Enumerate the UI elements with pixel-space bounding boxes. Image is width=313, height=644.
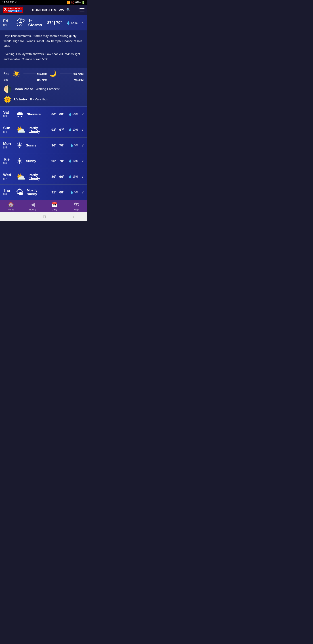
- android-back-button[interactable]: ‹: [72, 214, 74, 219]
- nav-map[interactable]: 🗺 Map: [69, 202, 83, 211]
- row-temps: 89° | 66°: [51, 175, 64, 178]
- row-day-name: Sat: [3, 110, 13, 115]
- row-weather-icon: ☀: [16, 156, 23, 166]
- forecast-row-mon[interactable]: Mon 8/5 ☀ Sunny 96° | 70° 💧 5% ∨: [0, 138, 87, 153]
- sun-rise-time: 6:32AM: [37, 72, 47, 75]
- row-condition: Sunny: [26, 143, 50, 147]
- expanded-condition: T-Storms: [28, 18, 45, 28]
- nav-hourly[interactable]: ◀ Hourly: [26, 202, 39, 211]
- location-text: HUNTINGTON, WV: [32, 8, 64, 12]
- day-detail: Day: Thunderstorms. Storms may contain s…: [3, 34, 83, 49]
- location-search[interactable]: HUNTINGTON, WV 🔍: [32, 8, 71, 12]
- row-rain-drop: 💧: [68, 175, 72, 178]
- row-date: 8/5: [3, 146, 13, 149]
- row-weather-icon: ⛅: [16, 172, 25, 181]
- nav-daily[interactable]: 📅 Daily: [48, 202, 61, 211]
- evening-detail: Evening: Cloudy with showers. Low near 7…: [3, 52, 83, 62]
- expanded-low: 70°: [56, 20, 62, 25]
- moon-set-line: [58, 80, 72, 80]
- row-rain-drop: 💧: [70, 190, 73, 194]
- expanded-forecast-fri: Fri 8/2 ⛈ T-Storms 87° | 70° 💧 65% ∧ Day…: [0, 15, 87, 106]
- logo-weather: WEATHER: [7, 10, 22, 12]
- daily-icon: 📅: [51, 202, 57, 208]
- collapse-chevron[interactable]: ∧: [81, 20, 84, 25]
- expanded-day-info: Fri 8/2: [3, 19, 13, 27]
- row-expand-chevron[interactable]: ∨: [81, 174, 84, 179]
- logo-first-alert: FIRST ALERT: [7, 8, 22, 10]
- daily-label: Daily: [52, 208, 57, 211]
- forecast-detail-text: Day: Thunderstorms. Storms may contain s…: [0, 30, 87, 68]
- expanded-forecast-header[interactable]: Fri 8/2 ⛈ T-Storms 87° | 70° 💧 65% ∧: [0, 15, 87, 30]
- forecast-row-sun[interactable]: Sun 8/4 ⛅ PartlyCloudy 93° | 67° 💧 10% ∨: [0, 122, 87, 137]
- row-temps: 93° | 67°: [51, 128, 64, 132]
- search-icon[interactable]: 🔍: [66, 8, 71, 12]
- row-weather-icon: 🌧: [16, 110, 24, 118]
- home-icon: 🏠: [8, 202, 14, 208]
- rain-drop-icon: 💧: [66, 21, 70, 24]
- row-expand-chevron[interactable]: ∨: [81, 190, 84, 194]
- row-rain-drop: 💧: [70, 144, 73, 147]
- android-recent-button[interactable]: |||: [13, 214, 16, 219]
- moon-rise-line: [60, 74, 72, 74]
- moon-phase-icon: 🌗: [3, 85, 12, 93]
- row-temps: 96° | 70°: [51, 143, 64, 147]
- row-expand-chevron[interactable]: ∨: [81, 128, 84, 132]
- menu-button[interactable]: [79, 8, 84, 12]
- forecast-row-wed[interactable]: Wed 8/7 ⛅ PartlyCloudy 89° | 66° 💧 15% ∨: [0, 169, 87, 184]
- row-day-info: Thu 8/8: [3, 188, 13, 196]
- expanded-rain-pct: 65%: [71, 21, 77, 24]
- row-weather-icon: 🌤: [16, 188, 24, 196]
- row-condition: PartlyCloudy: [28, 126, 50, 134]
- row-day-name: Wed: [3, 173, 13, 177]
- expanded-high: 87°: [47, 20, 53, 25]
- row-day-name: Tue: [3, 157, 13, 162]
- row-condition: Showers: [27, 112, 50, 116]
- hourly-icon: ◀: [31, 202, 35, 208]
- row-weather-icon: ☀: [16, 141, 23, 150]
- nav-home[interactable]: 🏠 Home: [4, 202, 18, 211]
- row-temps: 91° | 68°: [51, 190, 64, 194]
- row-rain-pct: 10%: [72, 159, 78, 162]
- row-date: 8/8: [3, 193, 13, 196]
- expanded-sep: |: [54, 20, 56, 25]
- expanded-rain: 💧 65%: [66, 21, 77, 24]
- row-expand-chevron[interactable]: ∨: [81, 112, 84, 116]
- row-rain: 💧 50%: [68, 112, 78, 116]
- row-temps: 86° | 68°: [51, 112, 64, 116]
- forecast-row-tue[interactable]: Tue 8/6 ☀ Sunny 96° | 70° 💧 10% ∨: [0, 153, 87, 168]
- android-nav-bar: ||| □ ‹: [0, 212, 87, 222]
- row-rain-pct: 50%: [72, 112, 78, 116]
- expanded-weather-icon: ⛈: [16, 18, 25, 28]
- row-rain-pct: 5%: [74, 190, 78, 194]
- android-home-button[interactable]: □: [43, 214, 46, 219]
- map-label: Map: [74, 208, 79, 211]
- row-date: 8/3: [3, 115, 13, 118]
- set-label: Set: [3, 78, 11, 82]
- moon-phase-value: Waning Crescent: [35, 87, 59, 91]
- row-expand-chevron[interactable]: ∨: [81, 143, 84, 147]
- forecast-row-thu[interactable]: Thu 8/8 🌤 MostlySunny 91° | 68° 💧 5% ∨: [0, 184, 87, 200]
- row-condition: MostlySunny: [27, 188, 50, 196]
- row-day-name: Mon: [3, 142, 13, 146]
- row-day-info: Tue 8/6: [3, 157, 13, 165]
- expanded-day-name: Fri: [3, 19, 13, 24]
- moon-set-time: 7:59PM: [73, 78, 83, 82]
- close-icon: ✕: [15, 1, 17, 4]
- row-day-name: Thu: [3, 188, 13, 193]
- row-rain-pct: 10%: [72, 128, 78, 131]
- row-date: 8/7: [3, 177, 13, 180]
- hourly-label: Hourly: [29, 208, 36, 211]
- row-day-info: Wed 8/7: [3, 173, 13, 180]
- home-label: Home: [7, 208, 14, 211]
- row-rain: 💧 10%: [68, 128, 78, 131]
- row-expand-chevron[interactable]: ∨: [81, 159, 84, 163]
- moon-phase-row: 🌗 Moon Phase Waning Crescent: [3, 85, 83, 93]
- battery-display: 69%: [75, 1, 81, 4]
- row-date: 8/6: [3, 162, 13, 165]
- uv-sun-icon: 🌞: [3, 96, 11, 103]
- forecast-row-sat[interactable]: Sat 8/3 🌧 Showers 86° | 68° 💧 50% ∨: [0, 106, 87, 122]
- set-row: Set 8:37PM 7:59PM: [3, 78, 83, 82]
- map-icon: 🗺: [74, 202, 79, 208]
- wifi-icon: 📶: [67, 1, 70, 4]
- app-header: 3 FIRST ALERT WEATHER HUNTINGTON, WV 🔍: [0, 5, 87, 15]
